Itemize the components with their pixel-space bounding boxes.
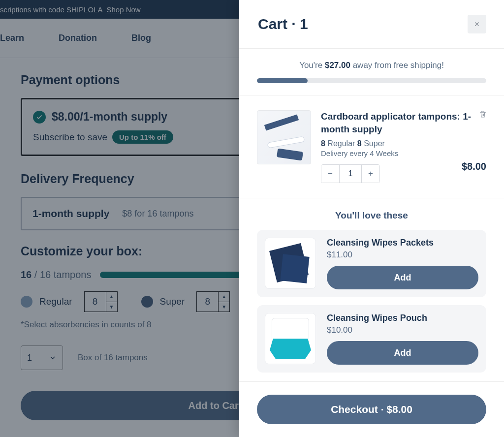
cart-item-thumbnail xyxy=(257,110,311,164)
recommendation-wipes-pouch: Cleansing Wipes Pouch $10.00 Add xyxy=(257,305,486,373)
rec-name: Cleansing Wipes Packets xyxy=(327,238,478,248)
free-shipping-progress-fill xyxy=(257,78,308,83)
qty-increment[interactable]: + xyxy=(362,165,379,183)
ship-suffix: away from free shipping! xyxy=(353,61,444,70)
trash-icon xyxy=(478,109,487,119)
free-shipping-block: You're $27.00 away from free shipping! xyxy=(239,49,504,95)
checkout-button[interactable]: Checkout · $8.00 xyxy=(257,395,486,424)
cart-item-name: Cardboard applicator tampons: 1-month su… xyxy=(321,110,486,135)
cart-item-qty-stepper[interactable]: − 1 + xyxy=(321,164,380,183)
rec-price: $11.00 xyxy=(327,250,478,260)
rec-add-button[interactable]: Add xyxy=(327,341,478,365)
rec-add-button[interactable]: Add xyxy=(327,266,478,289)
recommendation-wipes-packets: Cleansing Wipes Packets $11.00 Add xyxy=(257,230,486,297)
remove-cart-item-button[interactable] xyxy=(478,109,487,121)
rec-thumbnail xyxy=(265,313,316,364)
ship-amount: $27.00 xyxy=(325,61,350,70)
cart-item-price: $8.00 xyxy=(462,161,486,172)
close-icon xyxy=(473,21,480,28)
rec-thumbnail xyxy=(265,238,316,289)
qty-decrement[interactable]: − xyxy=(321,165,339,183)
free-shipping-progress xyxy=(257,78,486,83)
rec-name: Cleansing Wipes Pouch xyxy=(327,313,478,323)
cart-title: Cart · 1 xyxy=(258,16,308,32)
cart-drawer: Cart · 1 You're $27.00 away from free sh… xyxy=(239,0,504,437)
rec-price: $10.00 xyxy=(327,325,478,335)
recommendations-heading: You'll love these xyxy=(257,210,486,221)
cart-item-variants: 8 Regular 8 Super xyxy=(321,139,486,148)
cart-item-delivery: Delivery every 4 Weeks xyxy=(321,149,486,157)
cart-item: Cardboard applicator tampons: 1-month su… xyxy=(239,95,504,198)
qty-value: 1 xyxy=(339,165,362,183)
ship-prefix: You're xyxy=(299,61,325,70)
close-cart-button[interactable] xyxy=(468,15,486,33)
